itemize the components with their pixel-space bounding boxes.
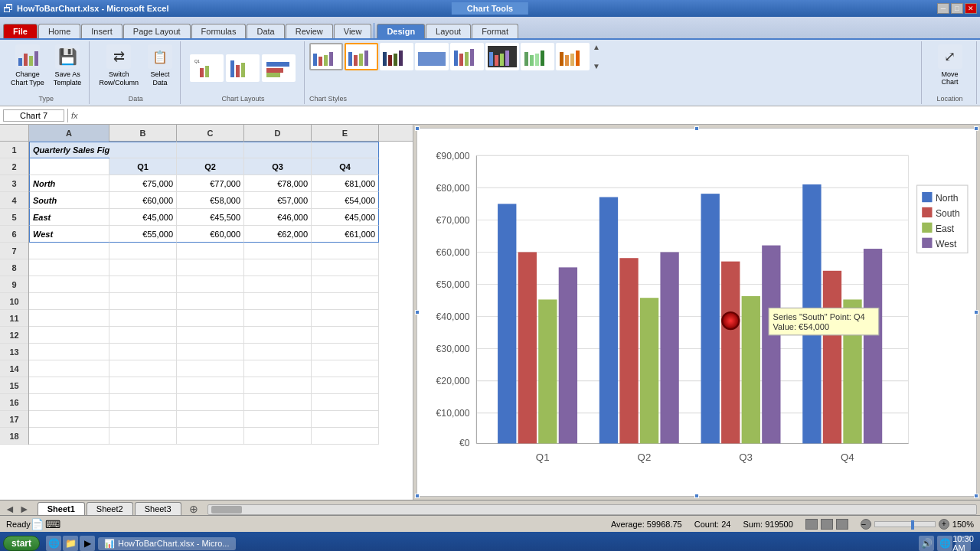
cell-a8[interactable] — [29, 259, 109, 276]
cell-e4[interactable]: €54,000 — [312, 192, 379, 209]
page-break-view-button[interactable] — [836, 519, 848, 530]
tab-format[interactable]: Format — [472, 24, 518, 38]
chart-style-5[interactable] — [450, 43, 484, 70]
move-chart-button[interactable]: ⤢ MoveChart — [935, 43, 965, 93]
select-data-button[interactable]: 📋 SelectData — [145, 43, 175, 93]
status-normal-icon[interactable]: 📄 — [31, 518, 44, 530]
cell-c4[interactable]: €58,000 — [177, 192, 244, 209]
cell-a9[interactable] — [29, 276, 109, 293]
media-icon[interactable]: ▶ — [80, 536, 95, 551]
ie-icon[interactable]: 🌐 — [46, 536, 61, 551]
tray-icon-2[interactable]: 🌐 — [937, 536, 952, 551]
chart-style-7[interactable] — [521, 43, 554, 70]
bar-q2-north[interactable] — [599, 197, 618, 444]
cell-c1[interactable] — [177, 142, 244, 158]
chart-style-1[interactable] — [309, 43, 343, 70]
cell-d2[interactable]: Q3 — [244, 158, 312, 175]
cell-d6[interactable]: €62,000 — [244, 226, 312, 243]
bar-q4-south[interactable] — [823, 271, 841, 444]
switch-row-column-button[interactable]: ⇄ SwitchRow/Column — [96, 43, 142, 93]
chart-handle-tl[interactable] — [415, 126, 420, 131]
chart-pane[interactable]: €90,000 €80,000 €70,000 €60,000 €50,000 … — [416, 128, 977, 497]
cell-d3[interactable]: €78,000 — [244, 175, 312, 192]
cell-a5[interactable]: East — [29, 209, 109, 226]
chart-svg[interactable]: €90,000 €80,000 €70,000 €60,000 €50,000 … — [417, 129, 976, 496]
h-scrollbar[interactable] — [207, 504, 977, 515]
cell-c2[interactable]: Q2 — [177, 158, 244, 175]
zoom-slider[interactable] — [874, 521, 936, 527]
window-controls[interactable]: ─ □ ✕ — [937, 3, 977, 14]
cell-b7[interactable] — [109, 243, 177, 259]
cell-e1[interactable] — [312, 142, 379, 158]
cell-a3[interactable]: North — [29, 175, 109, 192]
bar-q1-east[interactable] — [538, 299, 557, 443]
cell-d5[interactable]: €46,000 — [244, 209, 312, 226]
save-as-template-button[interactable]: 💾 Save AsTemplate — [51, 43, 85, 93]
chart-styles-scroll-up[interactable]: ▲ — [593, 43, 600, 51]
cell-a4[interactable]: South — [29, 192, 109, 209]
cell-c7[interactable] — [177, 243, 244, 259]
taskbar-excel-item[interactable]: 📊HowToBarChart.xlsx - Micro... — [98, 537, 235, 550]
cell-e7[interactable] — [312, 243, 379, 259]
bar-q3-east[interactable] — [742, 296, 760, 443]
cell-b6[interactable]: €55,000 — [109, 226, 177, 243]
cell-a7[interactable] — [29, 243, 109, 259]
tab-insert[interactable]: Insert — [81, 24, 122, 38]
cell-e3[interactable]: €81,000 — [312, 175, 379, 192]
tab-data[interactable]: Data — [247, 24, 284, 38]
chart-handle-tm[interactable] — [694, 126, 699, 131]
cell-b4[interactable]: €60,000 — [109, 192, 177, 209]
cell-e5[interactable]: €45,000 — [312, 209, 379, 226]
chart-handle-bl[interactable] — [415, 494, 420, 498]
status-keyboard-icon[interactable]: ⌨ — [45, 518, 60, 530]
change-chart-type-button[interactable]: ChangeChart Type — [8, 43, 47, 93]
chart-handle-tr[interactable] — [974, 126, 978, 131]
maximize-button[interactable]: □ — [951, 3, 963, 14]
bar-q3-south[interactable] — [721, 262, 740, 444]
tab-home[interactable]: Home — [38, 24, 80, 38]
cell-b1[interactable] — [109, 142, 177, 158]
tab-file[interactable]: File — [3, 24, 38, 38]
cell-b5[interactable]: €45,000 — [109, 209, 177, 226]
cell-b3[interactable]: €75,000 — [109, 175, 177, 192]
normal-view-button[interactable] — [805, 519, 818, 530]
start-button[interactable]: start — [3, 536, 40, 551]
zoom-out-button[interactable]: − — [861, 519, 871, 530]
tab-formulas[interactable]: Formulas — [191, 24, 247, 38]
cell-a6[interactable]: West — [29, 226, 109, 243]
cell-c6[interactable]: €60,000 — [177, 226, 244, 243]
chart-handle-bm[interactable] — [694, 494, 699, 498]
chart-style-2[interactable] — [345, 43, 378, 70]
chart-style-6[interactable] — [485, 43, 519, 70]
minimize-button[interactable]: ─ — [937, 3, 949, 14]
sheet-tab-3[interactable]: Sheet3 — [135, 502, 181, 515]
bar-q4-west[interactable] — [864, 249, 882, 443]
formula-input[interactable] — [81, 111, 977, 120]
cell-d7[interactable] — [244, 243, 312, 259]
bar-q1-west[interactable] — [559, 267, 577, 443]
cell-d4[interactable]: €57,000 — [244, 192, 312, 209]
tab-review[interactable]: Review — [286, 24, 333, 38]
zoom-in-button[interactable]: + — [939, 519, 949, 530]
cell-a2[interactable] — [29, 158, 109, 175]
chart-layout-2[interactable] — [226, 54, 260, 82]
cell-e2[interactable]: Q4 — [312, 158, 379, 175]
chart-style-4[interactable] — [415, 43, 449, 70]
sheet-tab-2[interactable]: Sheet2 — [87, 502, 133, 515]
page-layout-view-button[interactable] — [821, 519, 833, 530]
sheet-tab-1[interactable]: Sheet1 — [38, 502, 85, 515]
add-sheet-button[interactable]: ⊕ — [186, 503, 201, 515]
cell-a1[interactable]: Quarterly Sales Figures by Region — [29, 142, 109, 158]
chart-handle-br[interactable] — [974, 494, 978, 498]
cell-d1[interactable] — [244, 142, 312, 158]
tab-view[interactable]: View — [334, 24, 372, 38]
chart-styles-scroll-down[interactable]: ▼ — [593, 62, 600, 70]
sheet-prev-button[interactable]: ◄ — [3, 503, 17, 515]
cell-b2[interactable]: Q1 — [109, 158, 177, 175]
folder-icon[interactable]: 📁 — [63, 536, 78, 551]
tab-design[interactable]: Design — [377, 24, 425, 38]
zoom-slider-thumb[interactable] — [911, 520, 914, 530]
chart-style-3[interactable] — [380, 43, 413, 70]
chart-handle-ml[interactable] — [415, 310, 420, 315]
bar-q2-west[interactable] — [660, 252, 678, 443]
